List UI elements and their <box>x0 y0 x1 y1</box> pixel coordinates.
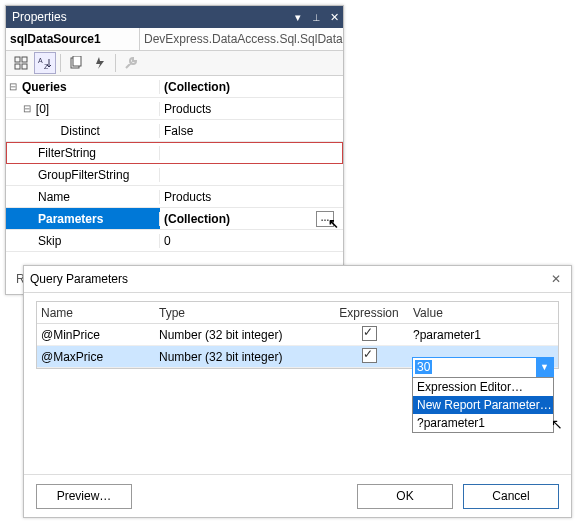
svg-text:A: A <box>38 57 43 64</box>
prop-index0-label[interactable]: [0] <box>34 102 160 116</box>
prop-queries-label[interactable]: Queries <box>20 80 160 94</box>
dropdown-item-new-report-parameter[interactable]: New Report Parameter… <box>413 396 553 414</box>
value-text: 30 <box>415 360 432 374</box>
prop-name-label[interactable]: Name <box>6 190 160 204</box>
prop-groupfilterstring-label[interactable]: GroupFilterString <box>6 168 160 182</box>
prop-distinct-label[interactable]: Distinct <box>29 124 160 138</box>
svg-rect-3 <box>22 64 27 69</box>
dialog-titlebar: Query Parameters ✕ <box>24 266 571 293</box>
prop-skip-value[interactable]: 0 <box>160 230 343 252</box>
property-grid: ⊟Queries (Collection) ⊟[0] Products Dist… <box>6 76 343 252</box>
pages-button[interactable] <box>65 52 87 74</box>
param-row[interactable]: @MinPrice Number (32 bit integer) ?param… <box>37 324 558 346</box>
param-type[interactable]: Number (32 bit integer) <box>159 350 329 364</box>
svg-rect-0 <box>15 57 20 62</box>
properties-panel: Properties ▾ ⟂ ✕ sqlDataSource1 DevExpre… <box>5 5 344 295</box>
expression-checkbox[interactable] <box>362 326 377 341</box>
categorized-button[interactable] <box>10 52 32 74</box>
properties-titlebar: Properties ▾ ⟂ ✕ <box>6 6 343 28</box>
col-expression[interactable]: Expression <box>329 306 409 320</box>
expand-icon[interactable]: ⊟ <box>6 81 20 92</box>
value-dropdown: Expression Editor… New Report Parameter…… <box>412 377 554 433</box>
prop-queries-value[interactable]: (Collection) <box>160 76 343 98</box>
param-type[interactable]: Number (32 bit integer) <box>159 328 329 342</box>
chevron-down-icon[interactable]: ▼ <box>536 358 553 377</box>
prop-parameters-value[interactable]: (Collection)…↖ <box>160 208 343 230</box>
dropdown-item-parameter1[interactable]: ?parameter1 <box>413 414 553 432</box>
dialog-button-bar: Preview… OK Cancel <box>24 474 571 517</box>
close-icon[interactable]: ✕ <box>325 6 343 28</box>
prop-groupfilterstring-value[interactable] <box>160 164 343 186</box>
prop-index0-value[interactable]: Products <box>160 98 343 120</box>
prop-name-value[interactable]: Products <box>160 186 343 208</box>
prop-skip-label[interactable]: Skip <box>6 234 160 248</box>
cursor-icon: ↖ <box>328 216 339 231</box>
expand-icon[interactable]: ⊟ <box>20 103 34 114</box>
param-value[interactable]: ?parameter1 <box>409 328 558 342</box>
svg-rect-2 <box>15 64 20 69</box>
svg-rect-7 <box>73 56 81 66</box>
object-selector-name[interactable]: sqlDataSource1 <box>6 28 140 50</box>
param-name[interactable]: @MaxPrice <box>37 350 159 364</box>
param-name[interactable]: @MinPrice <box>37 328 159 342</box>
prop-filterstring-value[interactable] <box>160 142 343 164</box>
value-combobox[interactable]: 30 ▼ <box>412 357 554 378</box>
pin-icon[interactable]: ▾ <box>289 6 307 28</box>
col-value[interactable]: Value <box>409 306 558 320</box>
expression-checkbox[interactable] <box>362 348 377 363</box>
object-selector-type: DevExpress.DataAccess.Sql.SqlDataSource <box>140 28 343 50</box>
dialog-title-text: Query Parameters <box>30 272 547 286</box>
properties-toolbar: AZ <box>6 51 343 76</box>
prop-distinct-value[interactable]: False <box>160 120 343 142</box>
svg-rect-1 <box>22 57 27 62</box>
parameters-grid: Name Type Expression Value @MinPrice Num… <box>36 301 559 369</box>
param-row[interactable]: @MaxPrice Number (32 bit integer) 30 ▼ E… <box>37 346 558 368</box>
cancel-button[interactable]: Cancel <box>463 484 559 509</box>
events-button[interactable] <box>89 52 111 74</box>
query-parameters-dialog: Query Parameters ✕ Name Type Expression … <box>23 265 572 518</box>
dropdown-item-expression-editor[interactable]: Expression Editor… <box>413 378 553 396</box>
alphabetical-button[interactable]: AZ <box>34 52 56 74</box>
wrench-button[interactable] <box>120 52 142 74</box>
prop-filterstring-label[interactable]: FilterString <box>6 146 160 160</box>
col-name[interactable]: Name <box>37 306 159 320</box>
autohide-icon[interactable]: ⟂ <box>307 6 325 28</box>
preview-button[interactable]: Preview… <box>36 484 132 509</box>
properties-title-text: Properties <box>12 6 67 28</box>
close-icon[interactable]: ✕ <box>547 272 565 286</box>
prop-parameters-label[interactable]: Parameters <box>6 212 160 226</box>
ok-button[interactable]: OK <box>357 484 453 509</box>
col-type[interactable]: Type <box>159 306 329 320</box>
